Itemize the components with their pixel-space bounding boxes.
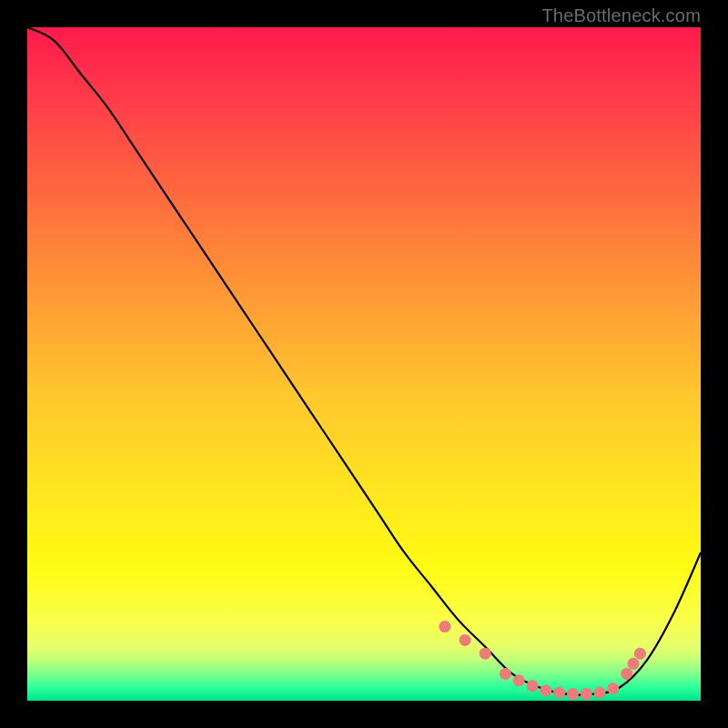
chart-gradient-background [27, 27, 701, 701]
chart-root: TheBottleneck.com [0, 0, 728, 728]
watermark-label: TheBottleneck.com [541, 5, 701, 26]
